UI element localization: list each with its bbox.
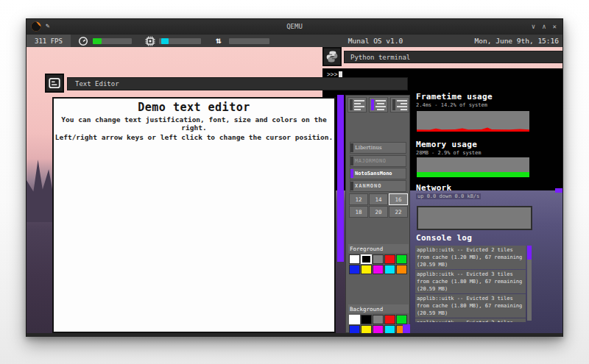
memory-title: Memory usage (416, 140, 534, 149)
frametime-subtitle: 2.4ms - 14.2% of system (416, 102, 534, 108)
panel-scrollbar-nub[interactable] (403, 324, 410, 333)
fg-swatch-selected[interactable] (361, 254, 372, 264)
console-log-scrollbar[interactable] (527, 246, 532, 321)
size-button-12[interactable]: 12 (349, 193, 368, 205)
os-statusbar: 311 FPS ⇅ (27, 34, 562, 47)
justify-right-button[interactable] (390, 97, 409, 113)
fg-swatch[interactable] (373, 254, 384, 264)
foreground-label: Foreground (348, 244, 409, 253)
background-label: Background (348, 304, 409, 313)
size-button-14[interactable]: 14 (369, 193, 388, 205)
editor-heading: Demo text editor (54, 101, 334, 114)
font-button-notosansmono[interactable]: NotoSansMono (350, 168, 406, 179)
network-arrows-icon: ⇅ (216, 35, 221, 46)
fg-swatch[interactable] (349, 265, 360, 274)
fg-swatch[interactable] (396, 265, 407, 274)
console-log-list[interactable]: applib::uitk -- Evicted 2 tiles from cac… (415, 246, 533, 322)
font-button-libertinus[interactable]: Libertinus (350, 142, 406, 154)
size-button-22[interactable]: 22 (389, 206, 408, 218)
network-gauge (229, 38, 269, 44)
monitor-scrollbar-nub[interactable] (555, 188, 562, 193)
fg-swatch[interactable] (349, 254, 360, 264)
os-name: Munal OS v1.0 (321, 37, 430, 45)
network-subtitle: up 0.0 down 0.0 kB/s (416, 193, 481, 199)
log-entry: applib::uitk -- Evicted 3 tiles from cac… (415, 270, 526, 293)
text-editor-titlebar[interactable]: Text Editor (67, 77, 408, 90)
font-button-xanmono[interactable]: XANMONO (350, 180, 406, 192)
network-title: Network (416, 183, 541, 193)
cpu-gauge (159, 38, 201, 44)
cpu-icon (145, 36, 155, 48)
size-button-20[interactable]: 20 (369, 206, 388, 218)
bg-swatch[interactable] (384, 325, 395, 333)
bg-swatch[interactable] (361, 315, 372, 324)
selection-indicator (350, 99, 353, 110)
selection-indicator (350, 143, 353, 152)
justify-left-icon (354, 100, 364, 110)
clock: Mon, June 9th, 15:16 (475, 37, 559, 45)
fps-counter: 311 FPS (27, 35, 71, 47)
fg-swatch[interactable] (373, 265, 384, 274)
window-bottom-border (27, 333, 562, 337)
python-terminal-titlebar[interactable]: Python terminal (344, 51, 562, 63)
desktop: Python terminal >>> Frametime usage 2.4m… (27, 47, 562, 333)
frametime-gauge (93, 38, 132, 44)
selection-indicator (392, 99, 395, 110)
background-palette (349, 315, 409, 333)
close-button[interactable]: ✕ (553, 23, 557, 30)
text-editor-title: Text Editor (75, 80, 119, 88)
frametime-title: Frametime usage (416, 92, 534, 101)
text-editor-icon[interactable] (45, 74, 64, 93)
console-log-title: Console log (416, 233, 472, 243)
bg-swatch[interactable] (349, 325, 360, 333)
text-editor-canvas[interactable]: Demo text editor You can change text jus… (52, 97, 336, 333)
fg-swatch[interactable] (396, 254, 407, 264)
memory-subtitle: 28MB - 2.9% of system (416, 150, 534, 156)
bg-swatch[interactable] (361, 325, 372, 333)
minimize-button[interactable]: ∨ (532, 23, 535, 30)
font-label: MAJORMONO (355, 158, 386, 164)
selection-indicator (350, 182, 353, 190)
log-entry: applib::uitk -- Evicted 3 tiles from cac… (415, 318, 526, 322)
python-terminal-icon[interactable] (322, 47, 342, 66)
editor-line: You can change text justification, font,… (54, 115, 334, 132)
bg-swatch[interactable] (384, 315, 395, 324)
network-graph (417, 206, 532, 230)
justify-center-button[interactable] (369, 97, 388, 113)
font-label: XANMONO (355, 183, 382, 189)
window-title: QEMU (27, 23, 562, 30)
bg-swatch-selected[interactable] (349, 315, 360, 324)
font-label: NotoSansMono (355, 171, 392, 176)
fg-swatch[interactable] (384, 265, 395, 274)
foreground-palette (349, 254, 409, 274)
bg-swatch[interactable] (396, 315, 407, 324)
size-button-16[interactable]: 16 (389, 193, 408, 205)
font-button-majormono[interactable]: MAJORMONO (350, 155, 406, 167)
log-entry: applib::uitk -- Evicted 3 tiles from cac… (415, 294, 526, 318)
font-label: Libertinus (355, 145, 382, 151)
python-terminal-title: Python terminal (350, 54, 410, 61)
editor-scrollbar[interactable] (337, 95, 344, 262)
justify-center-icon (375, 100, 386, 110)
editor-line: Left/right arrow keys or left click to c… (54, 133, 334, 141)
window-titlebar[interactable]: ✎ QEMU ∨ ∧ ✕ (27, 19, 562, 34)
log-entry: applib::uitk -- Evicted 2 tiles from cac… (415, 246, 526, 269)
fg-swatch[interactable] (384, 254, 395, 264)
editor-side-panel: Libertinus MAJORMONO NotoSansMono XANMON… (345, 95, 410, 333)
console-log-scrollbar-thumb[interactable] (527, 246, 532, 260)
qemu-window: ✎ QEMU ∨ ∧ ✕ 311 FPS (26, 18, 563, 337)
frametime-graph (417, 111, 529, 132)
speedometer-icon (78, 36, 88, 48)
selection-indicator (350, 157, 353, 165)
maximize-button[interactable]: ∧ (542, 23, 546, 30)
memory-graph (417, 157, 529, 177)
size-button-18[interactable]: 18 (349, 206, 368, 218)
justify-left-button[interactable] (348, 97, 367, 113)
fg-swatch[interactable] (361, 265, 372, 274)
selection-indicator (371, 99, 374, 110)
bg-swatch[interactable] (373, 325, 384, 333)
selection-indicator (350, 169, 353, 178)
bg-swatch[interactable] (373, 315, 384, 324)
justify-right-icon (397, 100, 407, 110)
